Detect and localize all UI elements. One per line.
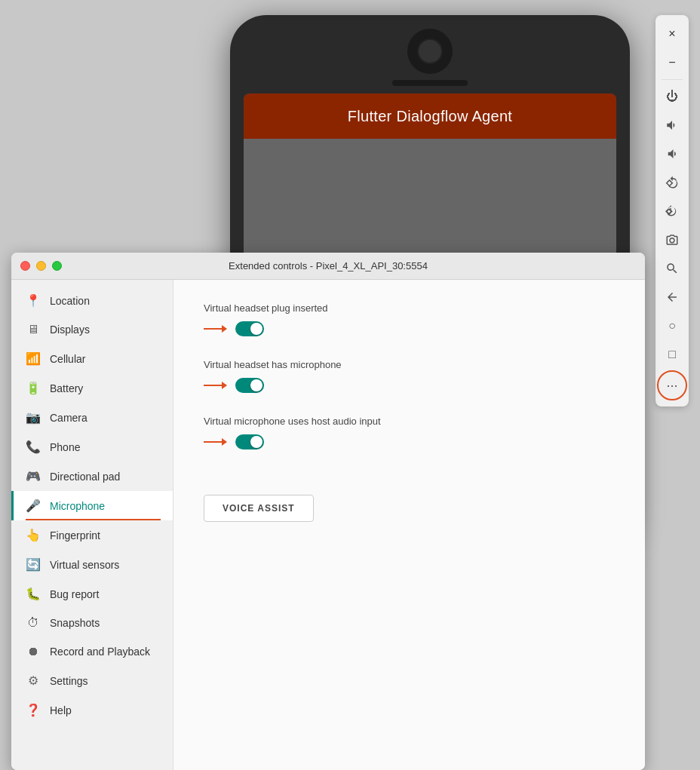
sidebar-item-fingerprint[interactable]: 👆Fingerprint [11, 520, 173, 550]
more-button[interactable]: ··· [657, 370, 687, 400]
main-content: Virtual headset plug inserted Virtual he… [173, 280, 645, 770]
sidebar-label-fingerprint: Fingerprint [50, 529, 100, 541]
phone-app-bar: Flutter Dialogflow Agent [244, 94, 616, 139]
sidebar-item-directionalpad[interactable]: 🎮Directional pad [11, 462, 173, 491]
arrow-1 [204, 328, 226, 330]
window-maximize-button[interactable] [52, 261, 62, 271]
sidebar-label-recordplayback: Record and Playback [50, 646, 150, 658]
sidebar-label-virtualsensors: Virtual sensors [50, 559, 119, 571]
toggle-thumb-2 [250, 379, 262, 391]
toggle-row-3: Virtual microphone uses host audio input [204, 416, 615, 449]
rotate-left-button[interactable] [659, 198, 686, 225]
sidebar-label-location: Location [50, 295, 90, 307]
toggle-container-2 [204, 378, 615, 393]
arrow-3 [204, 441, 226, 443]
sidebar-item-displays[interactable]: 🖥Displays [11, 315, 173, 344]
toggle-switch-2[interactable] [235, 378, 264, 393]
window-minimize-button[interactable] [36, 261, 46, 271]
settings-icon: ⚙ [26, 673, 41, 688]
sidebar: 📍Location🖥Displays📶Cellular🔋Battery📷Came… [11, 280, 173, 770]
sidebar-item-help[interactable]: ❓Help [11, 695, 173, 725]
window-controls [20, 261, 62, 271]
displays-icon: 🖥 [26, 323, 41, 336]
window-titlebar: Extended controls - Pixel_4_XL_API_30:55… [11, 253, 645, 280]
sidebar-label-cellular: Cellular [50, 353, 85, 365]
toggle-thumb-1 [250, 323, 262, 335]
home-button[interactable]: ○ [659, 312, 686, 339]
window-close-button[interactable] [20, 261, 30, 271]
sidebar-label-directionalpad: Directional pad [50, 471, 120, 483]
sidebar-label-camera: Camera [50, 412, 88, 424]
sidebar-item-camera[interactable]: 📷Camera [11, 403, 173, 432]
toggle-container-1 [204, 321, 615, 336]
toggle-label-3: Virtual microphone uses host audio input [204, 416, 615, 427]
sidebar-item-virtualsensors[interactable]: 🔄Virtual sensors [11, 550, 173, 579]
sidebar-item-location[interactable]: 📍Location [11, 286, 173, 315]
virtualsensors-icon: 🔄 [26, 557, 41, 572]
sidebar-label-help: Help [50, 704, 72, 716]
voice-assist-button[interactable]: VOICE ASSIST [204, 495, 314, 522]
sidebar-item-settings[interactable]: ⚙Settings [11, 666, 173, 695]
sidebar-item-bugreport[interactable]: 🐛Bug report [11, 579, 173, 609]
volume-up-button[interactable] [659, 112, 686, 139]
toolbar-close-button[interactable]: × [659, 20, 686, 48]
recents-button[interactable]: □ [659, 341, 686, 368]
directionalpad-icon: 🎮 [26, 469, 41, 483]
fingerprint-icon: 👆 [26, 528, 41, 542]
toggle-label-1: Virtual headset plug inserted [204, 302, 615, 314]
rotate-right-button[interactable] [659, 169, 686, 196]
sidebar-item-microphone[interactable]: 🎤Microphone [11, 491, 173, 520]
battery-icon: 🔋 [26, 381, 41, 395]
app-title: Flutter Dialogflow Agent [348, 108, 512, 125]
phone-icon: 📞 [26, 440, 41, 454]
sidebar-item-snapshots[interactable]: ⏱Snapshots [11, 609, 173, 637]
extended-controls-window: Extended controls - Pixel_4_XL_API_30:55… [11, 253, 645, 770]
cellular-icon: 📶 [26, 351, 41, 366]
sidebar-label-displays: Displays [50, 324, 90, 336]
toggle-row-1: Virtual headset plug inserted [204, 302, 615, 336]
sidebar-item-recordplayback[interactable]: ⏺Record and Playback [11, 637, 173, 666]
toolbar-divider-1 [662, 79, 683, 80]
camera-icon: 📷 [26, 410, 41, 425]
toolbar-minimize-button[interactable]: − [659, 49, 686, 76]
sidebar-label-phone: Phone [50, 441, 80, 453]
power-button[interactable]: ⏻ [659, 83, 686, 110]
screenshot-button[interactable] [659, 226, 686, 253]
toggle-container-3 [204, 434, 615, 449]
window-title: Extended controls - Pixel_4_XL_API_30:55… [229, 260, 428, 271]
toggle-row-2: Virtual headset has microphone [204, 359, 615, 393]
window-body: 📍Location🖥Displays📶Cellular🔋Battery📷Came… [11, 280, 645, 770]
sidebar-label-snapshots: Snapshots [50, 617, 100, 629]
recordplayback-icon: ⏺ [26, 645, 41, 658]
bugreport-icon: 🐛 [26, 587, 41, 601]
sidebar-label-settings: Settings [50, 675, 88, 687]
sidebar-label-bugreport: Bug report [50, 588, 99, 600]
phone-speaker [392, 80, 468, 86]
toggle-switch-1[interactable] [235, 321, 264, 336]
sidebar-item-battery[interactable]: 🔋Battery [11, 373, 173, 403]
zoom-button[interactable] [659, 255, 686, 282]
back-button[interactable] [659, 284, 686, 311]
volume-down-button[interactable] [659, 140, 686, 167]
phone-camera [407, 29, 453, 74]
toggle-switch-3[interactable] [235, 434, 264, 449]
sidebar-label-battery: Battery [50, 382, 83, 394]
toggle-thumb-3 [250, 436, 262, 448]
sidebar-item-phone[interactable]: 📞Phone [11, 432, 173, 462]
sidebar-item-cellular[interactable]: 📶Cellular [11, 344, 173, 373]
toggle-label-2: Virtual headset has microphone [204, 359, 615, 370]
help-icon: ❓ [26, 703, 41, 717]
sidebar-label-microphone: Microphone [50, 500, 105, 512]
right-toolbar: × − ⏻ ○ □ ··· [655, 15, 689, 406]
snapshots-icon: ⏱ [26, 616, 41, 630]
arrow-2 [204, 385, 226, 386]
microphone-icon: 🎤 [26, 499, 41, 513]
location-icon: 📍 [26, 293, 41, 308]
